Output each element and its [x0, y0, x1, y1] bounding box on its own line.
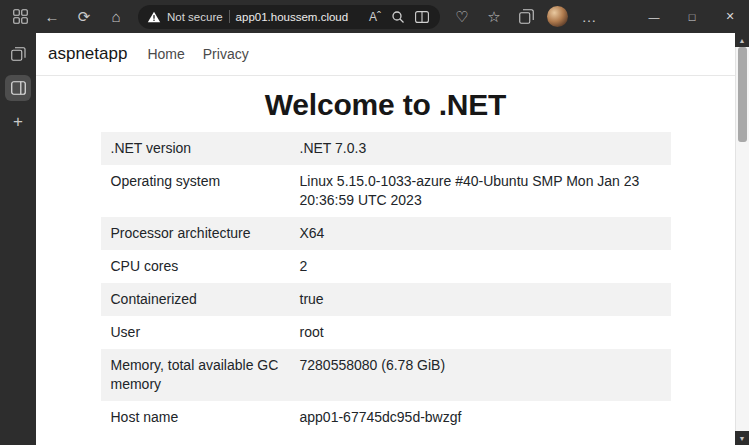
table-row: CPU cores 2 [101, 250, 671, 283]
minimize-button[interactable]: — [635, 0, 673, 33]
profile-avatar[interactable] [547, 6, 568, 27]
collections-icon [519, 9, 534, 24]
refresh-button[interactable]: ⟳ [68, 3, 100, 31]
info-label: User [111, 323, 300, 342]
tab-actions-icon [13, 9, 28, 24]
info-label: CPU cores [111, 257, 300, 276]
read-aloud-icon[interactable]: Aˆ [367, 10, 383, 24]
nav-home-link[interactable]: Home [147, 46, 184, 62]
info-value: 2 [300, 257, 661, 276]
browser-toolbar: ← ⟳ ⌂ Not secure app01.houssem.cloud Aˆ [0, 0, 749, 33]
nav-privacy-link[interactable]: Privacy [203, 46, 249, 62]
scroll-down-icon[interactable]: ▼ [735, 431, 749, 445]
scrollbar-track[interactable] [735, 47, 749, 431]
split-screen-icon[interactable] [413, 11, 431, 23]
window-controls: — □ ✕ [635, 0, 749, 33]
site-nav: Home Privacy [147, 46, 248, 62]
more-icon: … [582, 8, 597, 25]
collections-button[interactable] [510, 3, 542, 31]
info-label: Containerized [111, 290, 300, 309]
security-status-label[interactable]: Not secure [167, 11, 223, 23]
favorites-button[interactable]: ☆ [478, 3, 510, 31]
table-row: Memory, total available GC memory 728055… [101, 349, 671, 401]
info-value: root [300, 323, 661, 342]
browser-essentials-icon: ♡ [455, 8, 468, 26]
sidebar-add-button[interactable]: + [5, 109, 31, 135]
settings-more-button[interactable]: … [573, 3, 605, 31]
edge-sidebar: + [0, 33, 36, 445]
sidebar-pane-icon [11, 81, 26, 95]
address-bar-divider [229, 10, 230, 23]
table-row: Processor architecture X64 [101, 217, 671, 250]
maximize-button[interactable]: □ [673, 0, 711, 33]
brand-link[interactable]: aspnetapp [48, 44, 127, 64]
page-title: Welcome to .NET [36, 88, 735, 122]
info-label: Operating system [111, 172, 300, 210]
table-row: Operating system Linux 5.15.0-1033-azure… [101, 165, 671, 217]
scrollbar-thumb[interactable] [738, 47, 747, 142]
home-icon: ⌂ [111, 8, 120, 25]
table-row: .NET version .NET 7.0.3 [101, 132, 671, 165]
tabs-icon [11, 47, 26, 61]
table-row: Host name app01-67745dc95d-bwzgf [101, 401, 671, 434]
site-header: aspnetapp Home Privacy [36, 33, 735, 76]
browser-essentials-button[interactable]: ♡ [446, 3, 478, 31]
page-scrollbar[interactable]: ▲ ▼ [735, 33, 749, 445]
url-text[interactable]: app01.houssem.cloud [236, 11, 349, 23]
refresh-icon: ⟳ [78, 8, 91, 26]
zoom-icon[interactable] [389, 10, 407, 24]
close-button[interactable]: ✕ [711, 0, 749, 33]
back-button[interactable]: ← [36, 3, 68, 31]
info-label: Host name [111, 408, 300, 427]
info-table: .NET version .NET 7.0.3 Operating system… [101, 132, 671, 434]
info-value: .NET 7.0.3 [300, 139, 661, 158]
tabs-button[interactable] [5, 41, 31, 67]
info-label: Processor architecture [111, 224, 300, 243]
table-row: User root [101, 316, 671, 349]
scroll-up-icon[interactable]: ▲ [735, 33, 749, 47]
sidebar-pane-button[interactable] [5, 75, 31, 101]
info-value: X64 [300, 224, 661, 243]
back-icon: ← [45, 8, 60, 25]
info-label: .NET version [111, 139, 300, 158]
plus-icon: + [13, 112, 23, 132]
info-value: Linux 5.15.0-1033-azure #40-Ubuntu SMP M… [300, 172, 661, 210]
info-label: Memory, total available GC memory [111, 356, 300, 394]
home-button[interactable]: ⌂ [100, 3, 132, 31]
not-secure-warning-icon [147, 11, 161, 23]
info-value: true [300, 290, 661, 309]
table-row: Containerized true [101, 283, 671, 316]
favorites-icon: ☆ [487, 8, 500, 26]
page-content: aspnetapp Home Privacy Welcome to .NET .… [36, 33, 735, 445]
tab-actions-button[interactable] [4, 3, 36, 31]
info-value: 7280558080 (6.78 GiB) [300, 356, 661, 394]
address-bar[interactable]: Not secure app01.houssem.cloud Aˆ [138, 5, 440, 29]
info-value: app01-67745dc95d-bwzgf [300, 408, 661, 427]
